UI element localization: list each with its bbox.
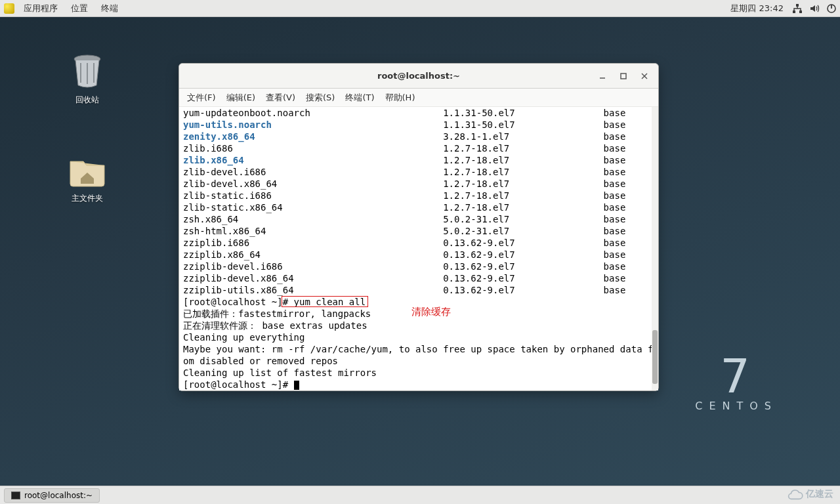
close-button[interactable] bbox=[635, 68, 654, 85]
package-row: zsh.x86_64 5.0.2-31.el7 base bbox=[183, 213, 654, 225]
trash-icon bbox=[68, 51, 107, 91]
package-row: zziplib.x86_64 0.13.62-9.el7 base bbox=[183, 249, 654, 261]
network-icon[interactable] bbox=[792, 3, 803, 14]
terminal-icon bbox=[11, 492, 20, 499]
package-row: zziplib-devel.x86_64 0.13.62-9.el7 base bbox=[183, 272, 654, 284]
svg-rect-0 bbox=[796, 4, 799, 7]
menu-help[interactable]: 帮助(H) bbox=[380, 92, 421, 104]
terminal-output[interactable]: yum-updateonboot.noarch 1.1.31-50.el7 ba… bbox=[179, 107, 658, 390]
maximize-button[interactable] bbox=[614, 68, 633, 85]
terminal-window: root@localhost:~ 文件(F) 编辑(E) 查看(V) 搜索(S)… bbox=[178, 63, 659, 391]
home-label: 主文件夹 bbox=[58, 193, 117, 204]
output-line: Cleaning up list of fastest mirrors bbox=[183, 367, 654, 379]
svg-rect-7 bbox=[621, 74, 626, 79]
output-line: Maybe you want: rm -rf /var/cache/yum, t… bbox=[183, 343, 654, 355]
trash-label: 回收站 bbox=[58, 94, 117, 106]
package-row: zlib-static.i686 1.2.7-18.el7 base bbox=[183, 190, 654, 201]
package-row: zlib-static.x86_64 1.2.7-18.el7 base bbox=[183, 201, 654, 213]
prompt-line: [root@localhost ~]# bbox=[183, 379, 654, 390]
output-line: Cleaning up everything bbox=[183, 331, 654, 343]
gnome-logo-icon bbox=[4, 3, 14, 14]
taskbar-item-terminal[interactable]: root@localhost:~ bbox=[4, 488, 100, 503]
package-row: yum-utils.noarch 1.1.31-50.el7 base bbox=[183, 119, 654, 131]
package-row: zlib-devel.x86_64 1.2.7-18.el7 base bbox=[183, 178, 654, 190]
task-panel: root@localhost:~ bbox=[0, 486, 840, 504]
titlebar[interactable]: root@localhost:~ bbox=[179, 64, 658, 89]
svg-rect-2 bbox=[799, 10, 802, 13]
watermark: 亿速云 bbox=[786, 488, 833, 500]
package-row: yum-updateonboot.noarch 1.1.31-50.el7 ba… bbox=[183, 107, 654, 119]
volume-icon[interactable] bbox=[809, 3, 820, 14]
power-icon[interactable] bbox=[826, 3, 837, 14]
package-row: zsh-html.x86_64 5.0.2-31.el7 base bbox=[183, 225, 654, 237]
menu-terminal[interactable]: 终端 bbox=[94, 3, 125, 14]
menu-edit[interactable]: 编辑(E) bbox=[221, 92, 261, 104]
package-row: zziplib-devel.i686 0.13.62-9.el7 base bbox=[183, 261, 654, 272]
scrollbar[interactable] bbox=[652, 107, 658, 390]
package-row: zlib-devel.i686 1.2.7-18.el7 base bbox=[183, 166, 654, 178]
wallpaper-brand: 7 CENTOS bbox=[695, 348, 778, 412]
output-line: 正在清理软件源： base extras updates bbox=[183, 320, 654, 331]
top-panel: 应用程序 位置 终端 星期四 23:42 bbox=[0, 0, 840, 17]
desktop-icon-home[interactable]: 主文件夹 bbox=[58, 150, 117, 204]
taskbar-item-label: root@localhost:~ bbox=[24, 491, 93, 500]
package-row: zziplib.i686 0.13.62-9.el7 base bbox=[183, 237, 654, 249]
desktop-icon-trash[interactable]: 回收站 bbox=[58, 51, 117, 106]
home-folder-icon bbox=[68, 150, 107, 189]
window-title: root@localhost:~ bbox=[179, 71, 658, 81]
cursor bbox=[294, 381, 299, 390]
output-line: om disabled or removed repos bbox=[183, 355, 654, 367]
menu-applications[interactable]: 应用程序 bbox=[17, 3, 64, 14]
clock[interactable]: 星期四 23:42 bbox=[730, 3, 784, 14]
package-row: zenity.x86_64 3.28.1-1.el7 base bbox=[183, 131, 654, 142]
menu-terminal[interactable]: 终端(T) bbox=[340, 92, 379, 104]
menu-places[interactable]: 位置 bbox=[64, 3, 94, 14]
menu-search[interactable]: 搜索(S) bbox=[301, 92, 340, 104]
package-row: zziplib-utils.x86_64 0.13.62-9.el7 base bbox=[183, 284, 654, 296]
menu-view[interactable]: 查看(V) bbox=[261, 92, 301, 104]
menu-file[interactable]: 文件(F) bbox=[182, 92, 221, 104]
scrollbar-thumb[interactable] bbox=[652, 330, 658, 384]
package-row: zlib.i686 1.2.7-18.el7 base bbox=[183, 142, 654, 154]
menubar: 文件(F) 编辑(E) 查看(V) 搜索(S) 终端(T) 帮助(H) bbox=[179, 89, 658, 107]
package-row: zlib.x86_64 1.2.7-18.el7 base bbox=[183, 154, 654, 166]
minimize-button[interactable] bbox=[593, 68, 612, 85]
svg-rect-1 bbox=[793, 10, 795, 13]
annotation-clear-cache: 清除缓存 bbox=[411, 306, 451, 318]
